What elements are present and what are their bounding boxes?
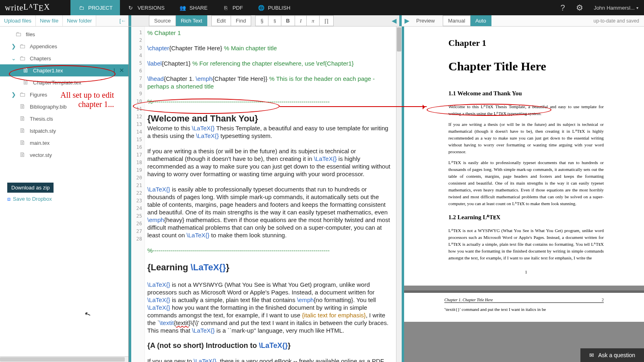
save-dropbox-button[interactable]: ⧈Save to Dropbox	[7, 196, 52, 202]
upload-files-button[interactable]: Upload files	[0, 15, 36, 26]
preview-collapse-left-button[interactable]: ▶	[402, 15, 412, 26]
chevron-down-icon: ⌄	[11, 55, 17, 62]
app-logo: writeLATEX	[0, 0, 70, 15]
ask-question-button[interactable]: ✉Ask a question	[580, 348, 644, 362]
bold-button[interactable]: B	[281, 15, 295, 26]
folder-icon: 🗀	[19, 91, 27, 98]
tree-folder-appendices[interactable]: ❯🗀Appendices	[0, 40, 128, 52]
inline-math-button[interactable]: π	[307, 15, 320, 26]
rename-icon[interactable]: I	[114, 67, 115, 74]
file-icon: 🗎	[23, 67, 31, 74]
editor-v-scrollbar[interactable]	[396, 27, 402, 362]
chevron-left-icon: ◀	[392, 17, 396, 25]
richtext-mode-button[interactable]: Rich Text	[176, 15, 207, 26]
preview-chapter-number: Chapter 1	[448, 38, 604, 48]
folder-icon: 🗀	[19, 55, 27, 62]
compile-status: up-to-date and saved	[589, 15, 644, 26]
folder-icon: 🗀	[19, 43, 27, 50]
preview-paragraph: '\textit{}' command and put the text I w…	[444, 306, 604, 313]
preview-chapter-title: Chapter Title Here	[448, 60, 604, 73]
preview-page-number: 1	[448, 269, 604, 274]
history-icon: ↻	[127, 4, 134, 11]
tree-root-files[interactable]: 🗀files	[0, 28, 128, 40]
chevron-right-icon: ❯	[11, 43, 17, 49]
edit-menu-button[interactable]: Edit	[211, 15, 231, 26]
preview-paragraph: LᴬTᴇX is easily able to professionally t…	[448, 159, 604, 207]
section-button[interactable]: §	[255, 15, 268, 26]
preview-paragraph: LᴬTᴇX is not a WYSIWYG (What You See is …	[448, 227, 604, 261]
chevron-right-icon: ▶	[405, 17, 409, 25]
subsection-button[interactable]: §	[268, 15, 281, 26]
project-tab[interactable]: 🗀PROJECT	[70, 0, 120, 15]
file-icon: 🗎	[19, 139, 27, 146]
folder-icon: 🗀	[15, 31, 23, 38]
publish-tab[interactable]: 🌐PUBLISH	[250, 0, 298, 15]
mail-icon: ✉	[589, 352, 594, 358]
share-tab[interactable]: 👥SHARE	[172, 0, 215, 15]
tree-file-lstpatch[interactable]: 🗎lstpatch.sty	[0, 125, 128, 137]
editor-collapse-right-button[interactable]: ◀	[389, 15, 399, 26]
file-icon: 🗎	[19, 103, 27, 110]
pdf-tab[interactable]: ⎘PDF	[215, 0, 250, 15]
tree-file-thesis-cls[interactable]: 🗎Thesis.cls	[0, 113, 128, 125]
source-mode-button[interactable]: Source	[149, 15, 176, 26]
italic-button[interactable]: I	[295, 15, 307, 26]
preview-paragraph: If you are writing a thesis (or will be …	[448, 121, 604, 155]
folder-icon: 🗀	[78, 4, 85, 11]
tree-file-chaptertemplate[interactable]: 🗎ChapterTemplate.tex	[0, 76, 128, 88]
find-button[interactable]: Find	[231, 15, 251, 26]
user-menu[interactable]: John Hammersl...▾	[588, 0, 644, 15]
preview-paragraph: Welcome to this LᴬTᴇX Thesis Template, a…	[448, 103, 604, 117]
help-icon: ?	[561, 3, 565, 12]
tree-folder-chapters[interactable]: ⌄🗀Chapters	[0, 52, 128, 64]
preview-section-1: 1.1 Welcome and Thank You	[448, 90, 604, 97]
preview-section-2: 1.2 Learning LᴬTᴇX	[448, 214, 604, 221]
file-icon: 🗎	[19, 115, 27, 122]
new-file-button[interactable]: New file	[36, 15, 63, 26]
new-folder-button[interactable]: New folder	[63, 15, 96, 26]
preview-label: Preview	[412, 15, 439, 26]
sidebar-h-scrollbar[interactable]	[0, 356, 128, 362]
file-icon: 🗎	[19, 151, 27, 158]
collapse-sidebar-button[interactable]: [←	[117, 15, 128, 26]
tree-file-main[interactable]: 🗎main.tex	[0, 137, 128, 149]
line-number-gutter: 1234567891011121314151617181920212223242…	[131, 27, 145, 362]
settings-button[interactable]: ⚙	[571, 0, 588, 15]
file-icon: 🗎	[23, 79, 31, 86]
dropbox-icon: ⧈	[7, 196, 10, 202]
help-button[interactable]: ?	[554, 0, 571, 15]
pdf-preview[interactable]: Chapter 1 Chapter Title Here 1.1 Welcome…	[404, 27, 644, 362]
code-editor[interactable]: % Chapter 1 \chapter{Chapter Title Here}…	[145, 27, 396, 362]
tree-file-chapter1[interactable]: 🗎Chapter1.texI✕	[0, 64, 128, 76]
tree-file-vector[interactable]: 🗎vector.sty	[0, 149, 128, 161]
tree-file-bibliography[interactable]: 🗎Bibliography.bib	[0, 101, 128, 113]
chevron-right-icon: ❯	[11, 91, 17, 98]
file-tree[interactable]: 🗀files ❯🗀Appendices ⌄🗀Chapters 🗎Chapter1…	[0, 27, 128, 179]
manual-compile-button[interactable]: Manual	[443, 15, 471, 26]
pdf-icon: ⎘	[222, 4, 229, 11]
versions-tab[interactable]: ↻VERSIONS	[120, 0, 172, 15]
tree-folder-figures[interactable]: ❯🗀Figures	[0, 88, 128, 101]
share-icon: 👥	[179, 4, 186, 11]
download-zip-button[interactable]: Download as zip	[7, 183, 54, 193]
file-icon: 🗎	[19, 127, 27, 134]
auto-compile-button[interactable]: Auto	[471, 15, 491, 26]
delete-icon[interactable]: ✕	[119, 67, 124, 74]
collapse-left-icon: [←	[120, 18, 126, 24]
gear-icon: ⚙	[576, 3, 583, 12]
globe-icon: 🌐	[258, 4, 265, 11]
chevron-down-icon: ▾	[636, 6, 638, 10]
display-math-button[interactable]: ∏	[320, 15, 334, 26]
